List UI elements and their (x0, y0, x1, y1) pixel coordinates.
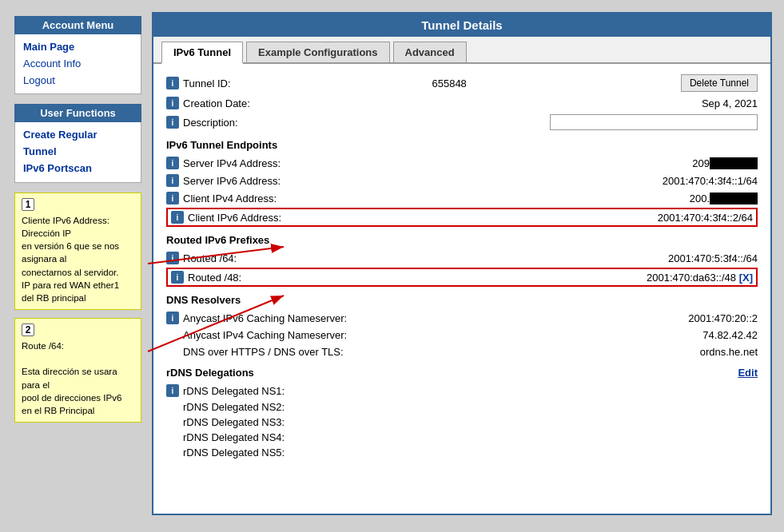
annotation-1: 1 Cliente IPv6 Address: Dirección IP en … (14, 193, 141, 310)
client-ipv4-redacted (710, 193, 758, 204)
tabs: IPv6 Tunnel Example Configurations Advan… (153, 37, 770, 64)
rdns-ns2-label: rDNS Delegated NS2: (183, 401, 285, 413)
tab-advanced[interactable]: Advanced (393, 42, 467, 62)
routed48-value: 2001:470:da63::/48 [X] (593, 272, 753, 284)
routed64-label: Routed /64: (183, 252, 598, 264)
rdns-ns1-row: i rDNS Delegated NS1: (166, 382, 758, 399)
tunnel-id-row: i Tunnel ID: 655848 Delete Tunnel (166, 72, 758, 94)
anycast-ipv6-value: 2001:470:20::2 (598, 312, 758, 324)
client-ipv6-value: 2001:470:4:3f4::2/64 (593, 212, 753, 224)
anycast-ipv6-row: i Anycast IPv6 Caching Nameserver: 2001:… (166, 309, 758, 327)
logout-link[interactable]: Logout (23, 73, 133, 89)
server-ipv6-value: 2001:470:4:3f4::1/64 (598, 175, 758, 187)
server-ipv4-row: i Server IPv4 Address: 209 (166, 154, 758, 172)
routed64-value: 2001:470:5:3f4::/64 (598, 252, 758, 264)
rdns-ns5-row: rDNS Delegated NS5: (166, 445, 758, 460)
account-menu-header: Account Menu (14, 16, 141, 34)
routed48-icon[interactable]: i (171, 271, 184, 284)
rdns-ns1-label: rDNS Delegated NS1: (183, 385, 598, 397)
content-area: i Tunnel ID: 655848 Delete Tunnel i Crea… (153, 64, 770, 468)
portscan-link[interactable]: IPv6 Portscan (23, 161, 133, 177)
user-functions-body: Create Regular Tunnel IPv6 Portscan (14, 122, 141, 182)
rdns-section-header: rDNS Delegations Edit (166, 360, 758, 382)
delete-tunnel-button[interactable]: Delete Tunnel (681, 74, 758, 92)
rdns-ns4-row: rDNS Delegated NS4: (166, 430, 758, 445)
anycast-ipv6-icon[interactable]: i (166, 312, 179, 324)
routed-section-header: Routed IPv6 Prefixes (166, 228, 758, 249)
description-icon[interactable]: i (166, 116, 179, 129)
tab-example-configs[interactable]: Example Configurations (246, 42, 390, 62)
routed48-row: i Routed /48: 2001:470:da63::/48 [X] (166, 268, 758, 287)
client-ipv4-value: 200. (598, 193, 758, 204)
client-ipv6-label: Client IPv6 Address: (188, 212, 593, 224)
anycast-ipv4-value: 74.82.42.42 (598, 329, 758, 341)
server-ipv4-value: 209 (598, 157, 758, 169)
account-menu-section: Account Menu Main Page Account Info Logo… (14, 16, 141, 94)
server-ipv4-label: Server IPv4 Address: (183, 157, 598, 169)
annotation-1-text: Cliente IPv6 Address: Dirección IP en ve… (22, 214, 134, 304)
dns-https-row: DNS over HTTPS / DNS over TLS: ordns.he.… (166, 343, 758, 360)
main-content: Tunnel Details IPv6 Tunnel Example Confi… (152, 12, 772, 515)
user-functions-section: User Functions Create Regular Tunnel IPv… (14, 104, 141, 182)
account-menu-body: Main Page Account Info Logout (14, 34, 141, 94)
server-ipv6-row: i Server IPv6 Address: 2001:470:4:3f4::1… (166, 172, 758, 189)
client-ipv6-row: i Client IPv6 Address: 2001:470:4:3f4::2… (166, 208, 758, 227)
account-info-link[interactable]: Account Info (23, 56, 133, 73)
tunnel-id-value: 655848 (432, 77, 680, 89)
tab-ipv6-tunnel[interactable]: IPv6 Tunnel (161, 42, 243, 64)
server-ipv6-label: Server IPv6 Address: (183, 175, 598, 187)
rdns-ns1-icon[interactable]: i (166, 384, 179, 397)
sidebar: Account Menu Main Page Account Info Logo… (8, 8, 148, 519)
creation-date-value: Sep 4, 2021 (598, 97, 758, 109)
creation-date-row: i Creation Date: Sep 4, 2021 (166, 94, 758, 112)
annotations-area: 1 Cliente IPv6 Address: Dirección IP en … (14, 193, 141, 423)
tunnel-id-label: Tunnel ID: (183, 77, 432, 89)
description-input[interactable] (550, 114, 758, 130)
server-ipv4-redacted (710, 157, 758, 169)
description-label: Description: (183, 117, 550, 129)
main-page-link[interactable]: Main Page (23, 39, 133, 56)
dns-section-header: DNS Resolvers (166, 288, 758, 309)
annotation-number-2: 2 (22, 324, 34, 336)
dns-https-label: DNS over HTTPS / DNS over TLS: (166, 346, 598, 358)
creation-date-label: Creation Date: (183, 97, 598, 109)
client-ipv6-icon[interactable]: i (171, 211, 184, 224)
server-ipv4-icon[interactable]: i (166, 157, 179, 169)
server-ipv6-icon[interactable]: i (166, 174, 179, 187)
routed64-icon[interactable]: i (166, 252, 179, 264)
annotation-2: 2 Route /64: Esta dirección se usara par… (14, 318, 141, 423)
routed48-delete-link[interactable]: [X] (739, 272, 753, 284)
dns-https-value: ordns.he.net (598, 346, 758, 358)
routed64-row: i Routed /64: 2001:470:5:3f4::/64 (166, 249, 758, 267)
endpoints-section-header: IPv6 Tunnel Endpoints (166, 133, 758, 154)
rdns-section-label: rDNS Delegations (166, 367, 254, 379)
rdns-ns5-label: rDNS Delegated NS5: (183, 447, 285, 459)
annotation-2-text: Route /64: Esta dirección se usara para … (22, 339, 134, 417)
rdns-ns3-row: rDNS Delegated NS3: (166, 415, 758, 430)
description-row: i Description: (166, 112, 758, 133)
rdns-ns4-label: rDNS Delegated NS4: (183, 431, 285, 443)
description-value (550, 114, 758, 130)
user-functions-header: User Functions (14, 104, 141, 122)
client-ipv4-icon[interactable]: i (166, 192, 179, 204)
create-tunnel-link[interactable]: Create Regular Tunnel (23, 127, 133, 161)
rdns-ns3-label: rDNS Delegated NS3: (183, 416, 285, 428)
page-wrapper: Account Menu Main Page Account Info Logo… (8, 8, 776, 519)
creation-date-icon[interactable]: i (166, 97, 179, 109)
client-ipv4-row: i Client IPv4 Address: 200. (166, 189, 758, 207)
main-header: Tunnel Details (153, 14, 770, 37)
annotation-number-1: 1 (22, 198, 34, 211)
routed48-label: Routed /48: (188, 272, 593, 284)
anycast-ipv4-label: Anycast IPv4 Caching Nameserver: (166, 329, 598, 341)
rdns-ns2-row: rDNS Delegated NS2: (166, 399, 758, 415)
anycast-ipv4-row: Anycast IPv4 Caching Nameserver: 74.82.4… (166, 327, 758, 343)
tunnel-id-icon[interactable]: i (166, 77, 179, 89)
client-ipv4-label: Client IPv4 Address: (183, 193, 598, 204)
rdns-edit-link[interactable]: Edit (738, 367, 758, 379)
anycast-ipv6-label: Anycast IPv6 Caching Nameserver: (183, 312, 598, 324)
